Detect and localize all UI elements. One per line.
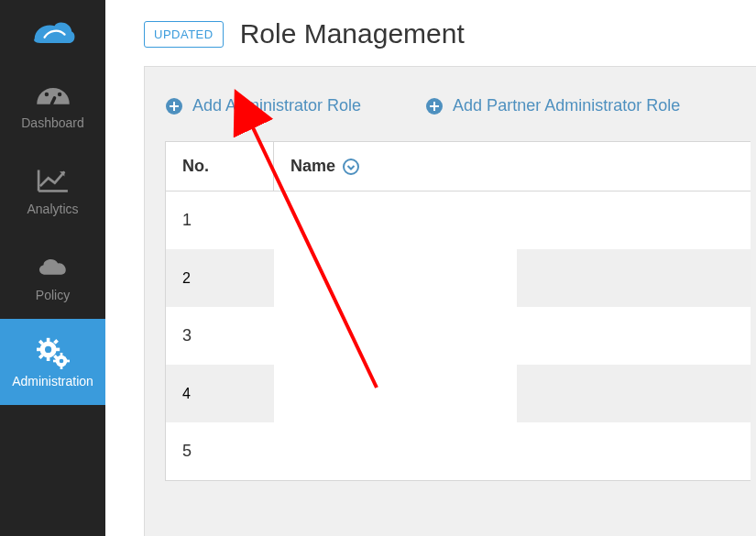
cell-name [274,307,751,365]
cell-no: 5 [166,422,274,480]
action-bar: Add Administrator Role Add Partner Admin… [165,96,756,115]
cell-no: 1 [166,191,274,249]
gauge-icon [33,79,73,110]
cell-name [274,191,751,249]
page-title: Role Management [240,18,465,49]
column-label: No. [182,157,209,176]
cell-name [517,365,751,422]
cell-spacer [274,365,517,422]
gears-icon [33,337,73,368]
cell-name [517,249,751,307]
svg-rect-5 [46,338,49,343]
column-header-no[interactable]: No. [166,142,274,191]
svg-rect-6 [46,356,49,361]
svg-rect-18 [66,360,70,363]
sidebar-item-label: Dashboard [21,115,84,130]
svg-rect-11 [53,339,59,345]
cell-no: 3 [166,307,274,365]
table-row[interactable]: 1 [166,191,751,249]
chevron-down-circle-icon [343,159,359,175]
sidebar-item-administration[interactable]: Administration [0,319,105,405]
plus-circle-icon [425,97,444,115]
svg-rect-7 [37,348,41,352]
svg-rect-22 [170,105,179,107]
svg-point-19 [59,359,63,364]
sidebar-item-label: Analytics [27,202,78,216]
add-administrator-role-button[interactable]: Add Administrator Role [165,96,361,115]
svg-point-26 [344,159,358,174]
updated-badge: UPDATED [144,21,224,48]
cell-name [274,422,751,480]
svg-rect-16 [60,366,62,369]
sidebar-item-analytics[interactable]: Analytics [0,147,105,233]
plus-circle-icon [165,97,183,115]
sidebar-item-label: Administration [12,374,93,388]
svg-point-0 [44,93,48,96]
roles-table: No. Name 1 2 [165,141,751,481]
cell-no: 2 [166,249,274,307]
cell-no: 4 [166,365,274,422]
svg-rect-8 [54,348,59,352]
svg-rect-15 [60,353,62,356]
sidebar-item-policy[interactable]: Policy [0,233,105,319]
action-label: Add Administrator Role [192,96,361,115]
zscaler-logo-icon [30,15,76,51]
table-row[interactable]: 4 [166,365,751,422]
sidebar-item-label: Policy [36,288,70,302]
cell-spacer [274,249,517,307]
add-partner-administrator-role-button[interactable]: Add Partner Administrator Role [425,96,680,115]
svg-rect-17 [53,360,57,363]
table-header: No. Name [166,142,751,191]
svg-rect-25 [430,105,439,107]
main-area: UPDATED Role Management Add Administrato… [105,0,756,536]
content-panel: Add Administrator Role Add Partner Admin… [144,66,756,536]
svg-point-1 [57,93,60,96]
table-row[interactable]: 5 [166,422,751,480]
action-label: Add Partner Administrator Role [453,96,680,115]
svg-point-13 [45,346,51,353]
chart-line-icon [33,165,73,196]
table-row[interactable]: 2 [166,249,751,307]
sidebar: Dashboard Analytics Policy [0,0,105,536]
cloud-icon [33,251,73,282]
sidebar-item-dashboard[interactable]: Dashboard [0,60,105,147]
column-header-name[interactable]: Name [274,142,751,191]
column-label: Name [290,157,335,176]
page-header: UPDATED Role Management [105,0,756,66]
table-row[interactable]: 3 [166,307,751,365]
